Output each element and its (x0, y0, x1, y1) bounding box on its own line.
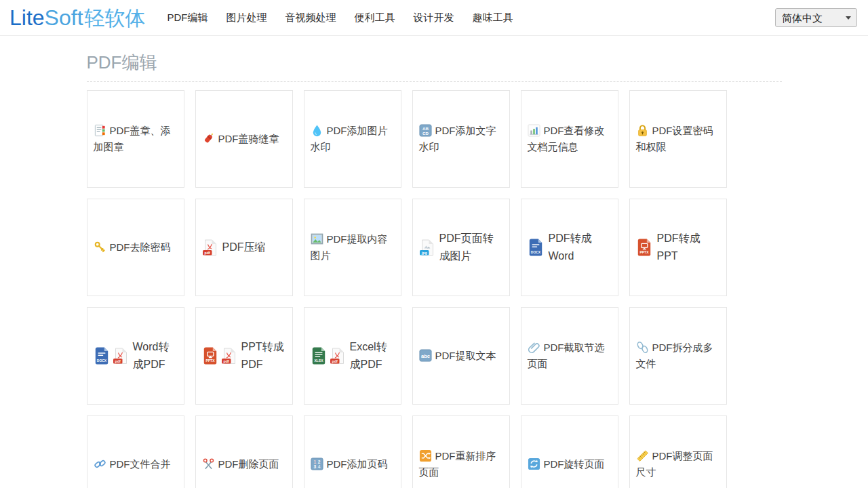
bar-chart-icon (528, 124, 540, 137)
tool-card[interactable]: PDF调整页面尺寸 (629, 415, 727, 488)
pptx-file-icon: PPTX (636, 239, 652, 256)
tool-label: PDF压缩 (222, 239, 266, 256)
tool-label: PDF页面转成图片 (439, 230, 503, 265)
paperclip-icon (528, 341, 540, 354)
nav-item[interactable]: PDF编辑 (167, 12, 208, 24)
lock-icon (636, 124, 649, 137)
tool-card[interactable]: abcPDF提取文本 (412, 307, 510, 405)
tool-card[interactable]: PDF添加图片水印 (304, 90, 401, 188)
droplet-icon (311, 124, 323, 137)
xlsx-file-icon: XLSX (311, 347, 327, 365)
tool-icon-group: PPTXpdf (202, 347, 237, 365)
tool-label: PDF转成PPT (657, 230, 720, 265)
tool-card[interactable]: PDF盖章、添加图章 (87, 90, 184, 188)
firecracker-icon (202, 132, 215, 145)
main-nav: PDF编辑图片处理音视频处理便利工具设计开发趣味工具 (167, 12, 513, 24)
pdf-file-icon: pdf (330, 348, 345, 365)
shuffle-icon (419, 449, 432, 462)
tool-label: Word转成PDF (133, 338, 178, 373)
logo-text-en-2: Soft (45, 5, 83, 30)
tool-card[interactable]: PDF盖骑缝章 (195, 90, 293, 188)
docx-file-icon: DOCX (528, 239, 544, 256)
svg-text:4: 4 (317, 464, 320, 469)
abcd-squares-icon: ABCD (419, 124, 432, 137)
jpg-file-icon: jpg (419, 239, 435, 256)
tool-card[interactable]: DOCXPDF转成Word (521, 199, 618, 296)
tool-label: PDF添加页码 (327, 458, 388, 470)
tool-icon-group: pdf (202, 239, 218, 256)
svg-text:PPTX: PPTX (639, 250, 649, 254)
tool-card[interactable]: PDF删除页面 (195, 415, 293, 488)
tool-card[interactable]: PPTXpdfPPT转成PDF (195, 307, 293, 405)
abc-square-icon: abc (419, 349, 432, 362)
svg-text:AB: AB (422, 126, 429, 131)
svg-text:DOCX: DOCX (530, 250, 540, 254)
tool-card[interactable]: jpgPDF页面转成图片 (412, 199, 510, 296)
logo[interactable]: LiteSoft轻软体 (9, 7, 146, 28)
svg-text:XLSX: XLSX (314, 359, 323, 363)
tool-card[interactable]: PDF旋转页面 (521, 415, 618, 488)
language-select-wrap: 简体中文 (775, 8, 857, 27)
svg-text:jpg: jpg (420, 250, 427, 254)
tool-label: Excel转成PDF (350, 338, 395, 373)
numbers-1234-icon: 1234 (311, 458, 323, 470)
svg-text:abc: abc (420, 353, 429, 359)
page-title: PDF编辑 (87, 52, 782, 82)
nav-item[interactable]: 便利工具 (355, 12, 395, 24)
nav-item[interactable]: 图片处理 (226, 12, 267, 24)
language-select[interactable]: 简体中文 (775, 8, 857, 27)
tool-icon-group: XLSXpdf (311, 347, 345, 365)
tool-card[interactable]: PDF截取节选页面 (521, 307, 618, 405)
tool-label: PDF盖骑缝章 (218, 133, 279, 144)
tool-label: PDF转成Word (549, 230, 612, 265)
tool-card[interactable]: PDF提取内容图片 (304, 199, 401, 296)
link-icon (94, 458, 106, 470)
tool-card[interactable]: PDF设置密码和权限 (629, 90, 727, 188)
svg-text:pdf: pdf (332, 359, 338, 363)
pdf-file-icon: pdf (221, 348, 237, 365)
tool-card[interactable]: ABCDPDF添加文字水印 (412, 90, 510, 188)
svg-text:DOCX: DOCX (96, 359, 106, 363)
svg-text:2: 2 (317, 460, 320, 464)
bookmark-tabs-icon (94, 124, 106, 137)
tool-card[interactable]: pdfPDF压缩 (195, 199, 293, 296)
tools-grid: PDF盖章、添加图章PDF盖骑缝章PDF添加图片水印ABCDPDF添加文字水印P… (87, 90, 782, 488)
nav-item[interactable]: 音视频处理 (285, 12, 336, 24)
tool-card[interactable]: 1234PDF添加页码 (304, 415, 401, 488)
tool-card[interactable]: PDF拆分成多文件 (629, 307, 727, 405)
pptx-file-icon: PPTX (202, 347, 218, 365)
tool-card[interactable]: DOCXpdfWord转成PDF (87, 307, 184, 405)
tool-icon-group: jpg (419, 239, 435, 256)
nav-item[interactable]: 趣味工具 (473, 12, 513, 24)
tool-card[interactable]: XLSXpdfExcel转成PDF (304, 307, 401, 405)
ruler-icon (636, 449, 649, 462)
tool-card[interactable]: PDF去除密码 (87, 199, 184, 296)
tool-card[interactable]: PDF查看修改文档元信息 (521, 90, 618, 188)
tool-icon-group: PPTX (636, 239, 652, 256)
tool-label: PDF旋转页面 (544, 458, 605, 470)
linked-paperclips-icon (636, 341, 649, 354)
tool-card[interactable]: PPTXPDF转成PPT (629, 199, 727, 296)
header: LiteSoft轻软体 PDF编辑图片处理音视频处理便利工具设计开发趣味工具 简… (0, 0, 868, 36)
pdf-file-icon: pdf (202, 239, 218, 256)
svg-text:CD: CD (422, 131, 429, 136)
framed-picture-icon (311, 232, 323, 245)
tool-label: PDF提取文本 (435, 350, 496, 361)
key-icon (94, 241, 106, 253)
svg-text:pdf: pdf (223, 359, 229, 363)
svg-text:1: 1 (313, 460, 316, 464)
tool-label: PDF删除页面 (218, 458, 279, 470)
tool-card[interactable]: PDF重新排序页面 (412, 415, 510, 488)
tool-label: PPT转成PDF (241, 338, 286, 373)
logo-text-cn: 轻软体 (85, 7, 146, 29)
docx-file-icon: DOCX (94, 347, 110, 365)
tool-icon-group: DOCXpdf (94, 347, 128, 365)
rotate-arrows-icon (528, 458, 540, 470)
pdf-file-icon: pdf (113, 348, 128, 365)
svg-text:pdf: pdf (115, 359, 121, 363)
scissors-icon (202, 458, 215, 470)
tool-card[interactable]: PDF文件合并 (87, 415, 184, 488)
tool-icon-group: DOCX (528, 239, 544, 256)
svg-text:3: 3 (313, 464, 316, 469)
nav-item[interactable]: 设计开发 (414, 12, 454, 24)
